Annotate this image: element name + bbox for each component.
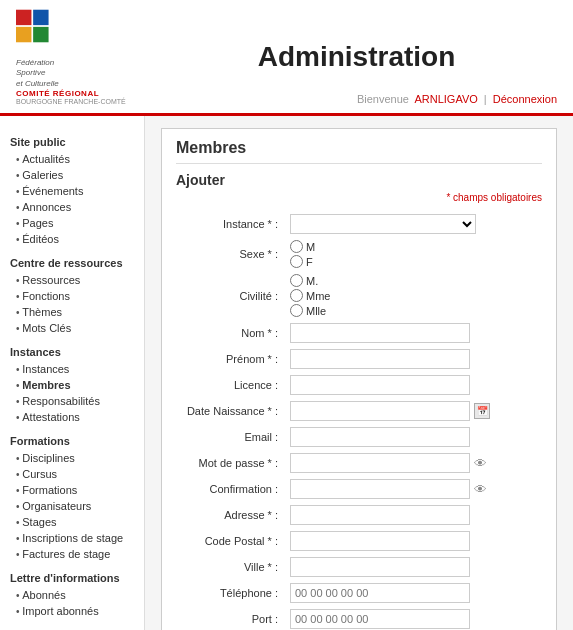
adresse-input[interactable] <box>290 505 470 525</box>
list-item: Mots Clés <box>16 320 144 336</box>
list-item: Stages <box>16 514 144 530</box>
sidebar-item-cursus[interactable]: Cursus <box>22 468 57 480</box>
civilite-m-radio[interactable] <box>290 274 303 287</box>
motdepasse-input[interactable] <box>290 453 470 473</box>
add-member-form: Instance * : Sexe * : M <box>176 211 542 630</box>
calendar-icon[interactable]: 📅 <box>474 403 490 419</box>
label-instance: Instance * : <box>176 211 286 237</box>
list-item: Pages <box>16 215 144 231</box>
nom-input[interactable] <box>290 323 470 343</box>
field-datenaissance[interactable]: 📅 <box>286 398 542 424</box>
email-input[interactable] <box>290 427 470 447</box>
civilite-mlle-radio[interactable] <box>290 304 303 317</box>
eye-icon-2[interactable]: 👁 <box>474 482 487 497</box>
form-row-ville: Ville * : <box>176 554 542 580</box>
region-label: BOURGOGNE FRANCHE-COMTÉ <box>16 98 126 105</box>
codepostal-input[interactable] <box>290 531 470 551</box>
telephone-input[interactable] <box>290 583 470 603</box>
licence-input[interactable] <box>290 375 470 395</box>
field-nom[interactable] <box>286 320 542 346</box>
civilite-mme-radio[interactable] <box>290 289 303 302</box>
sidebar-item-factures-stage[interactable]: Factures de stage <box>22 548 110 560</box>
pwd-wrap-1: 👁 <box>290 453 538 473</box>
list-item: Galeries <box>16 167 144 183</box>
sidebar-item-inscriptions-stage[interactable]: Inscriptions de stage <box>22 532 123 544</box>
username-link[interactable]: ARNLIGAVO <box>414 93 477 105</box>
sidebar-item-responsabilites[interactable]: Responsabilités <box>22 395 100 407</box>
form-row-licence: Licence : <box>176 372 542 398</box>
field-port[interactable] <box>286 606 542 630</box>
field-telephone[interactable] <box>286 580 542 606</box>
sexe-m-label[interactable]: M <box>290 240 538 253</box>
field-adresse[interactable] <box>286 502 542 528</box>
prenom-input[interactable] <box>290 349 470 369</box>
list-item: Membres <box>16 377 144 393</box>
members-panel: Membres Ajouter * champs obligatoires In… <box>161 128 557 630</box>
sidebar-item-organisateurs[interactable]: Organisateurs <box>22 500 91 512</box>
confirmation-input[interactable] <box>290 479 470 499</box>
port-input[interactable] <box>290 609 470 629</box>
sidebar-item-formations[interactable]: Formations <box>22 484 77 496</box>
civilite-mme-label[interactable]: Mme <box>290 289 538 302</box>
sidebar-item-pages[interactable]: Pages <box>22 217 53 229</box>
datenaissance-input[interactable] <box>290 401 470 421</box>
field-codepostal[interactable] <box>286 528 542 554</box>
list-item: Organisateurs <box>16 498 144 514</box>
field-sexe: M F <box>286 237 542 271</box>
label-codepostal: Code Postal * : <box>176 528 286 554</box>
sidebar-item-mots-cles[interactable]: Mots Clés <box>22 322 71 334</box>
sidebar-item-editeos[interactable]: Éditéos <box>22 233 59 245</box>
sidebar-item-instances[interactable]: Instances <box>22 363 69 375</box>
sidebar-item-themes[interactable]: Thèmes <box>22 306 62 318</box>
form-row-sexe: Sexe * : M F <box>176 237 542 271</box>
sidebar-list-formations: Disciplines Cursus Formations Organisate… <box>0 450 144 562</box>
sidebar-item-disciplines[interactable]: Disciplines <box>22 452 75 464</box>
list-item: Import abonnés <box>16 603 144 619</box>
sidebar-list-instances: Instances Membres Responsabilités Attest… <box>0 361 144 425</box>
eye-icon[interactable]: 👁 <box>474 456 487 471</box>
civilite-radio-group: M. Mme Mlle <box>290 274 538 317</box>
sexe-f-label[interactable]: F <box>290 255 538 268</box>
label-motdepasse: Mot de passe * : <box>176 450 286 476</box>
sidebar-item-ressources[interactable]: Ressources <box>22 274 80 286</box>
sidebar-item-fonctions[interactable]: Fonctions <box>22 290 70 302</box>
sexe-m-radio[interactable] <box>290 240 303 253</box>
list-item: Actualités <box>16 151 144 167</box>
instance-select[interactable] <box>290 214 476 234</box>
list-item: Disciplines <box>16 450 144 466</box>
form-row-nom: Nom * : <box>176 320 542 346</box>
sidebar-item-evenements[interactable]: Événements <box>22 185 83 197</box>
field-prenom[interactable] <box>286 346 542 372</box>
form-row-prenom: Prénom * : <box>176 346 542 372</box>
sidebar-item-import-abonnes[interactable]: Import abonnés <box>22 605 98 617</box>
svg-rect-0 <box>16 10 31 25</box>
field-licence[interactable] <box>286 372 542 398</box>
sidebar-item-stages[interactable]: Stages <box>22 516 56 528</box>
list-item: Formations <box>16 482 144 498</box>
sidebar-section-ressources: Centre de ressources <box>0 251 144 272</box>
civilite-mlle-label[interactable]: Mlle <box>290 304 538 317</box>
sidebar-item-actualites[interactable]: Actualités <box>22 153 70 165</box>
sidebar: Site public Actualités Galeries Événemen… <box>0 116 145 630</box>
logout-link[interactable]: Déconnexion <box>493 93 557 105</box>
label-civilite: Civilité : <box>176 271 286 320</box>
sidebar-item-abonnes[interactable]: Abonnés <box>22 589 65 601</box>
list-item: Responsabilités <box>16 393 144 409</box>
sidebar-list-site-public: Actualités Galeries Événements Annonces … <box>0 151 144 247</box>
label-prenom: Prénom * : <box>176 346 286 372</box>
list-item: Événements <box>16 183 144 199</box>
civilite-m-label[interactable]: M. <box>290 274 538 287</box>
sexe-radio-group: M F <box>290 240 538 268</box>
sidebar-item-galeries[interactable]: Galeries <box>22 169 63 181</box>
field-instance[interactable] <box>286 211 542 237</box>
sidebar-item-attestations[interactable]: Attestations <box>22 411 79 423</box>
sidebar-list-ressources: Ressources Fonctions Thèmes Mots Clés <box>0 272 144 336</box>
field-email[interactable] <box>286 424 542 450</box>
sidebar-section-formations: Formations <box>0 429 144 450</box>
sidebar-item-annonces[interactable]: Annonces <box>22 201 71 213</box>
field-ville[interactable] <box>286 554 542 580</box>
list-item: Fonctions <box>16 288 144 304</box>
sidebar-item-membres[interactable]: Membres <box>22 379 70 391</box>
sexe-f-radio[interactable] <box>290 255 303 268</box>
ville-input[interactable] <box>290 557 470 577</box>
